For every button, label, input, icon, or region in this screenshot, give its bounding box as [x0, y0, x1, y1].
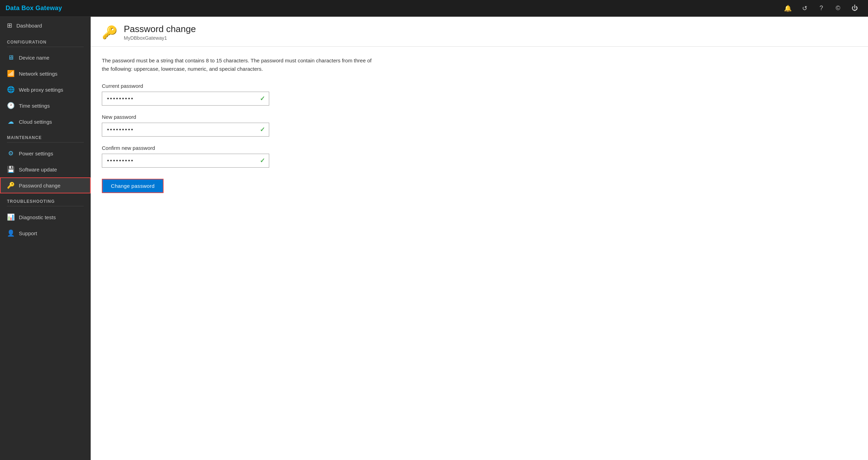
device-name-icon: 🖥 — [7, 54, 15, 61]
sidebar-item-power-settings[interactable]: ⚙ Power settings — [0, 145, 91, 161]
sidebar-label-power-settings: Power settings — [19, 151, 53, 156]
sidebar-label-network-settings: Network settings — [19, 71, 58, 77]
app-body: ⊞ Dashboard CONFIGURATION 🖥 Device name … — [0, 17, 868, 460]
sidebar-label-software-update: Software update — [19, 167, 57, 172]
current-password-check-icon: ✓ — [260, 95, 265, 102]
sidebar-dashboard-label: Dashboard — [16, 23, 42, 29]
sidebar-item-dashboard[interactable]: ⊞ Dashboard — [0, 17, 91, 34]
sidebar-divider-config — [7, 47, 84, 47]
software-update-icon: 💾 — [7, 166, 15, 173]
sidebar-divider-troubleshooting — [7, 206, 84, 206]
sidebar-label-time-settings: Time settings — [19, 103, 50, 109]
confirm-password-check-icon: ✓ — [260, 157, 265, 164]
current-password-input[interactable] — [102, 92, 269, 106]
current-password-wrapper: ✓ — [102, 92, 269, 106]
sidebar-label-support: Support — [19, 230, 37, 236]
page-subtitle: MyDBboxGateway1 — [124, 35, 196, 41]
help-icon[interactable]: ? — [814, 1, 829, 16]
sidebar-item-support[interactable]: 👤 Support — [0, 225, 91, 241]
cloud-settings-icon: ☁ — [7, 118, 15, 125]
time-settings-icon: 🕐 — [7, 102, 15, 109]
change-password-button[interactable]: Change password — [102, 179, 164, 193]
page-header-text: Password change MyDBboxGateway1 — [124, 24, 196, 41]
current-password-group: Current password ✓ — [102, 83, 857, 106]
sidebar-section-troubleshooting: TROUBLESHOOTING — [0, 193, 91, 206]
dashboard-icon: ⊞ — [7, 22, 12, 29]
sidebar-label-password-change: Password change — [19, 183, 60, 189]
web-proxy-icon: 🌐 — [7, 86, 15, 93]
sidebar-item-software-update[interactable]: 💾 Software update — [0, 161, 91, 177]
sidebar-label-web-proxy: Web proxy settings — [19, 87, 63, 93]
sidebar-label-cloud-settings: Cloud settings — [19, 119, 52, 125]
network-settings-icon: 📶 — [7, 70, 15, 77]
topbar: Data Box Gateway 🔔 ↺ ? © ⏻ — [0, 0, 868, 17]
sidebar-item-web-proxy[interactable]: 🌐 Web proxy settings — [0, 82, 91, 98]
sidebar-label-diagnostic-tests: Diagnostic tests — [19, 214, 56, 220]
new-password-group: New password ✓ — [102, 114, 857, 137]
power-settings-icon: ⚙ — [7, 150, 15, 157]
confirm-password-label: Confirm new password — [102, 145, 857, 151]
sidebar-item-cloud-settings[interactable]: ☁ Cloud settings — [0, 114, 91, 130]
sidebar-divider-maintenance — [7, 142, 84, 143]
page-header: 🔑 Password change MyDBboxGateway1 — [91, 17, 868, 47]
sidebar-item-device-name[interactable]: 🖥 Device name — [0, 50, 91, 66]
page-header-icon: 🔑 — [102, 25, 118, 40]
sidebar-item-password-change[interactable]: 🔑 Password change — [0, 177, 91, 193]
app-title: Data Box Gateway — [6, 5, 62, 12]
new-password-check-icon: ✓ — [260, 126, 265, 133]
confirm-password-input[interactable] — [102, 154, 269, 168]
confirm-password-group: Confirm new password ✓ — [102, 145, 857, 168]
confirm-password-wrapper: ✓ — [102, 154, 269, 168]
info-icon[interactable]: © — [830, 1, 846, 16]
current-password-label: Current password — [102, 83, 857, 89]
support-icon: 👤 — [7, 229, 15, 237]
sidebar-item-diagnostic-tests[interactable]: 📊 Diagnostic tests — [0, 209, 91, 225]
sidebar-section-maintenance: MAINTENANCE — [0, 130, 91, 142]
new-password-input[interactable] — [102, 123, 269, 137]
topbar-icons: 🔔 ↺ ? © ⏻ — [780, 1, 862, 16]
bell-icon[interactable]: 🔔 — [780, 1, 795, 16]
new-password-label: New password — [102, 114, 857, 120]
power-icon[interactable]: ⏻ — [847, 1, 862, 16]
refresh-icon[interactable]: ↺ — [797, 1, 812, 16]
sidebar-item-network-settings[interactable]: 📶 Network settings — [0, 66, 91, 82]
password-change-icon: 🔑 — [7, 182, 15, 189]
main-content: 🔑 Password change MyDBboxGateway1 The pa… — [91, 17, 868, 460]
page-content: The password must be a string that conta… — [91, 47, 868, 460]
password-description: The password must be a string that conta… — [102, 56, 374, 73]
diagnostic-tests-icon: 📊 — [7, 213, 15, 221]
sidebar-label-device-name: Device name — [19, 55, 50, 61]
new-password-wrapper: ✓ — [102, 123, 269, 137]
page-title: Password change — [124, 24, 196, 34]
sidebar: ⊞ Dashboard CONFIGURATION 🖥 Device name … — [0, 17, 91, 460]
sidebar-section-configuration: CONFIGURATION — [0, 34, 91, 47]
sidebar-item-time-settings[interactable]: 🕐 Time settings — [0, 98, 91, 114]
